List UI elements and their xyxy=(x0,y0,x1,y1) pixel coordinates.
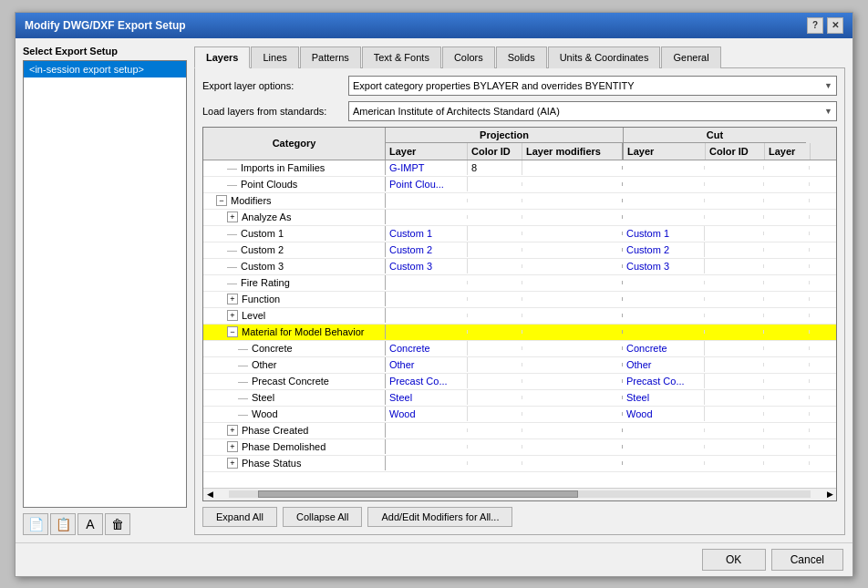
cut-layer2-cell[interactable] xyxy=(764,297,810,301)
proj-modifiers-cell[interactable] xyxy=(522,363,623,366)
proj-layer-cell[interactable]: Concrete xyxy=(386,341,468,356)
proj-layer-cell[interactable] xyxy=(386,281,468,284)
cut-layer-cell[interactable] xyxy=(623,314,705,317)
proj-modifiers-cell[interactable] xyxy=(522,232,623,235)
table-row[interactable]: —WoodWoodWood xyxy=(203,407,836,423)
proj-layer-cell[interactable] xyxy=(386,314,468,317)
proj-layer-cell[interactable]: Other xyxy=(386,357,468,372)
proj-colorid-cell[interactable] xyxy=(468,379,522,383)
cut-colorid-cell[interactable] xyxy=(705,346,764,350)
proj-layer-cell[interactable] xyxy=(386,199,468,202)
expand-icon[interactable]: + xyxy=(227,294,238,304)
cut-layer2-cell[interactable] xyxy=(764,166,810,170)
expand-icon[interactable]: + xyxy=(227,441,238,452)
cut-layer-cell[interactable] xyxy=(623,297,705,301)
table-row[interactable]: +Phase Status xyxy=(203,456,836,472)
proj-colorid-cell[interactable] xyxy=(468,346,522,350)
proj-colorid-cell[interactable] xyxy=(468,445,522,449)
cut-colorid-cell[interactable] xyxy=(705,428,764,432)
cut-colorid-cell[interactable] xyxy=(705,412,764,416)
proj-colorid-cell[interactable] xyxy=(468,248,522,252)
proj-layer-cell[interactable] xyxy=(386,297,468,301)
cut-layer2-cell[interactable] xyxy=(764,215,810,219)
cut-colorid-cell[interactable] xyxy=(705,232,764,235)
table-row[interactable]: −Modifiers xyxy=(203,193,836,210)
cut-colorid-cell[interactable] xyxy=(705,215,764,219)
cut-layer2-cell[interactable] xyxy=(764,248,810,252)
tab-units[interactable]: Units & Coordinates xyxy=(548,46,661,68)
table-row[interactable]: —OtherOtherOther xyxy=(203,357,836,374)
proj-modifiers-cell[interactable] xyxy=(522,428,623,432)
cut-layer-cell[interactable]: Wood xyxy=(623,407,705,421)
proj-layer-cell[interactable]: Wood xyxy=(386,407,468,421)
table-row[interactable]: —Custom 3Custom 3Custom 3 xyxy=(203,259,836,275)
export-layer-select[interactable]: Export category properties BYLAYER and o… xyxy=(348,76,837,96)
cut-layer2-cell[interactable] xyxy=(764,461,810,465)
proj-modifiers-cell[interactable] xyxy=(522,248,623,252)
proj-colorid-cell[interactable]: 8 xyxy=(468,160,522,175)
proj-layer-cell[interactable]: Custom 2 xyxy=(386,242,468,257)
cut-layer-cell[interactable] xyxy=(623,166,705,170)
cut-layer2-cell[interactable] xyxy=(764,363,810,366)
table-row[interactable]: +Analyze As xyxy=(203,210,836,226)
proj-modifiers-cell[interactable] xyxy=(522,314,623,317)
collapse-icon[interactable]: − xyxy=(216,195,227,206)
table-row[interactable]: —Precast ConcretePrecast Co...Precast Co… xyxy=(203,374,836,390)
table-row[interactable]: —Imports in FamiliesG-IMPT8 xyxy=(203,160,836,177)
setup-item-insession[interactable]: <in-session export setup> xyxy=(24,61,186,77)
cut-layer2-cell[interactable] xyxy=(764,199,810,202)
help-button[interactable]: ? xyxy=(807,17,823,34)
proj-colorid-cell[interactable] xyxy=(468,281,522,284)
cut-layer2-cell[interactable] xyxy=(764,232,810,235)
cut-layer2-cell[interactable] xyxy=(764,281,810,284)
table-body[interactable]: —Imports in FamiliesG-IMPT8—Point Clouds… xyxy=(203,160,836,488)
proj-colorid-cell[interactable] xyxy=(468,264,522,268)
proj-modifiers-cell[interactable] xyxy=(522,215,623,219)
proj-layer-cell[interactable]: Steel xyxy=(386,390,468,405)
cut-layer-cell[interactable]: Custom 3 xyxy=(623,259,705,273)
tab-layers[interactable]: Layers xyxy=(194,46,250,68)
cut-layer-cell[interactable] xyxy=(623,182,705,186)
close-button[interactable]: ✕ xyxy=(827,17,843,34)
table-row[interactable]: +Phase Demolished xyxy=(203,439,836,456)
table-row[interactable]: —ConcreteConcreteConcrete xyxy=(203,341,836,357)
proj-colorid-cell[interactable] xyxy=(468,412,522,416)
rename-setup-button[interactable]: A xyxy=(78,513,103,535)
new-setup-button[interactable]: 📄 xyxy=(23,513,48,535)
table-row[interactable]: —SteelSteelSteel xyxy=(203,390,836,407)
table-row[interactable]: +Phase Created xyxy=(203,423,836,439)
proj-colorid-cell[interactable] xyxy=(468,461,522,465)
cut-layer-cell[interactable]: Precast Co... xyxy=(623,374,705,388)
proj-modifiers-cell[interactable] xyxy=(522,412,623,416)
proj-modifiers-cell[interactable] xyxy=(522,199,623,202)
collapse-icon[interactable]: − xyxy=(227,326,238,337)
cut-layer-cell[interactable] xyxy=(623,330,705,334)
cut-colorid-cell[interactable] xyxy=(705,461,764,465)
cut-layer-cell[interactable]: Custom 1 xyxy=(623,226,705,241)
cut-colorid-cell[interactable] xyxy=(705,166,764,170)
cut-layer-cell[interactable] xyxy=(623,215,705,219)
proj-colorid-cell[interactable] xyxy=(468,428,522,432)
proj-layer-cell[interactable]: G-IMPT xyxy=(386,160,468,175)
proj-modifiers-cell[interactable] xyxy=(522,330,623,334)
proj-modifiers-cell[interactable] xyxy=(522,445,623,449)
expand-icon[interactable]: + xyxy=(227,211,238,222)
proj-modifiers-cell[interactable] xyxy=(522,166,623,170)
cut-colorid-cell[interactable] xyxy=(705,281,764,284)
copy-setup-button[interactable]: 📋 xyxy=(50,513,76,535)
proj-colorid-cell[interactable] xyxy=(468,396,522,399)
proj-modifiers-cell[interactable] xyxy=(522,461,623,465)
tab-general[interactable]: General xyxy=(661,46,720,68)
tab-text-fonts[interactable]: Text & Fonts xyxy=(362,46,441,68)
tab-solids[interactable]: Solids xyxy=(496,46,547,68)
cut-layer2-cell[interactable] xyxy=(764,330,810,334)
proj-modifiers-cell[interactable] xyxy=(522,182,623,186)
proj-layer-cell[interactable] xyxy=(386,215,468,219)
proj-layer-cell[interactable]: Precast Co... xyxy=(386,374,468,388)
cut-layer-cell[interactable] xyxy=(623,445,705,449)
table-row[interactable]: +Level xyxy=(203,308,836,325)
expand-icon[interactable]: + xyxy=(227,425,238,436)
cut-colorid-cell[interactable] xyxy=(705,297,764,301)
proj-modifiers-cell[interactable] xyxy=(522,281,623,284)
cut-layer2-cell[interactable] xyxy=(764,379,810,383)
